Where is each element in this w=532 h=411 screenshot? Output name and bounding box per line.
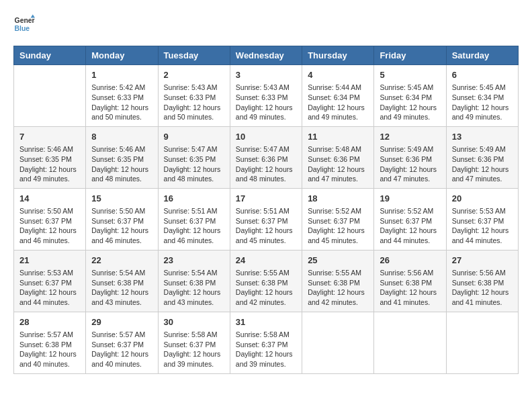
day-number: 15 (91, 193, 152, 205)
calendar-week-row: 28Sunrise: 5:57 AM Sunset: 6:38 PM Dayli… (14, 312, 519, 373)
day-number: 25 (308, 255, 368, 267)
weekday-header: Wednesday (230, 46, 302, 65)
day-number: 14 (19, 193, 80, 205)
weekday-header: Monday (86, 46, 158, 65)
svg-text:General: General (15, 17, 35, 24)
day-info: Sunrise: 5:55 AM Sunset: 6:38 PM Dayligh… (308, 268, 368, 308)
day-info: Sunrise: 5:49 AM Sunset: 6:36 PM Dayligh… (452, 144, 513, 184)
calendar-cell (446, 312, 518, 373)
day-info: Sunrise: 5:50 AM Sunset: 6:37 PM Dayligh… (19, 206, 80, 246)
weekday-header: Friday (374, 46, 446, 65)
calendar-cell: 28Sunrise: 5:57 AM Sunset: 6:38 PM Dayli… (14, 312, 86, 373)
weekday-header: Thursday (302, 46, 374, 65)
day-number: 16 (164, 193, 224, 205)
day-number: 27 (452, 255, 513, 267)
weekday-header: Sunday (14, 46, 86, 65)
day-number: 2 (164, 69, 224, 81)
calendar-cell: 13Sunrise: 5:49 AM Sunset: 6:36 PM Dayli… (446, 126, 518, 188)
day-number: 6 (452, 69, 513, 81)
calendar-cell: 29Sunrise: 5:57 AM Sunset: 6:37 PM Dayli… (86, 312, 158, 373)
day-number: 13 (452, 131, 513, 143)
day-number: 4 (308, 69, 368, 81)
svg-marker-2 (31, 15, 35, 18)
day-info: Sunrise: 5:54 AM Sunset: 6:38 PM Dayligh… (91, 268, 152, 308)
day-info: Sunrise: 5:54 AM Sunset: 6:38 PM Dayligh… (164, 268, 224, 308)
day-number: 18 (308, 193, 368, 205)
calendar-cell: 10Sunrise: 5:47 AM Sunset: 6:36 PM Dayli… (230, 126, 302, 188)
day-info: Sunrise: 5:56 AM Sunset: 6:38 PM Dayligh… (380, 268, 440, 308)
day-number: 21 (19, 255, 80, 267)
calendar-cell: 23Sunrise: 5:54 AM Sunset: 6:38 PM Dayli… (158, 250, 230, 312)
day-info: Sunrise: 5:46 AM Sunset: 6:35 PM Dayligh… (19, 144, 80, 184)
calendar-cell: 22Sunrise: 5:54 AM Sunset: 6:38 PM Dayli… (86, 250, 158, 312)
day-info: Sunrise: 5:43 AM Sunset: 6:33 PM Dayligh… (164, 83, 224, 122)
day-number: 24 (236, 255, 296, 267)
svg-text:Blue: Blue (15, 25, 30, 32)
day-info: Sunrise: 5:49 AM Sunset: 6:36 PM Dayligh… (380, 144, 440, 184)
day-number: 9 (164, 131, 224, 143)
calendar-cell: 24Sunrise: 5:55 AM Sunset: 6:38 PM Dayli… (230, 250, 302, 312)
day-number: 22 (91, 255, 152, 267)
day-number: 8 (91, 131, 152, 143)
calendar-cell: 11Sunrise: 5:48 AM Sunset: 6:36 PM Dayli… (302, 126, 374, 188)
calendar-cell: 8Sunrise: 5:46 AM Sunset: 6:35 PM Daylig… (86, 126, 158, 188)
calendar-cell: 17Sunrise: 5:51 AM Sunset: 6:37 PM Dayli… (230, 188, 302, 250)
day-number: 10 (236, 131, 296, 143)
calendar-cell: 4Sunrise: 5:44 AM Sunset: 6:34 PM Daylig… (302, 65, 374, 127)
calendar-cell: 6Sunrise: 5:45 AM Sunset: 6:34 PM Daylig… (446, 65, 518, 127)
day-number: 11 (308, 131, 368, 143)
calendar-cell: 5Sunrise: 5:45 AM Sunset: 6:34 PM Daylig… (374, 65, 446, 127)
day-info: Sunrise: 5:53 AM Sunset: 6:37 PM Dayligh… (452, 206, 513, 246)
logo-icon: General Blue (13, 13, 35, 35)
day-info: Sunrise: 5:51 AM Sunset: 6:37 PM Dayligh… (236, 206, 296, 246)
day-number: 26 (380, 255, 440, 267)
day-info: Sunrise: 5:48 AM Sunset: 6:36 PM Dayligh… (308, 144, 368, 184)
day-info: Sunrise: 5:53 AM Sunset: 6:37 PM Dayligh… (19, 268, 80, 308)
calendar-cell: 26Sunrise: 5:56 AM Sunset: 6:38 PM Dayli… (374, 250, 446, 312)
calendar-cell: 12Sunrise: 5:49 AM Sunset: 6:36 PM Dayli… (374, 126, 446, 188)
calendar-cell: 7Sunrise: 5:46 AM Sunset: 6:35 PM Daylig… (14, 126, 86, 188)
calendar-week-row: 21Sunrise: 5:53 AM Sunset: 6:37 PM Dayli… (14, 250, 519, 312)
calendar-cell: 16Sunrise: 5:51 AM Sunset: 6:37 PM Dayli… (158, 188, 230, 250)
page-header: General Blue (13, 13, 519, 35)
day-info: Sunrise: 5:58 AM Sunset: 6:37 PM Dayligh… (236, 330, 296, 369)
weekday-header: Saturday (446, 46, 518, 65)
day-info: Sunrise: 5:43 AM Sunset: 6:33 PM Dayligh… (236, 83, 296, 122)
day-info: Sunrise: 5:45 AM Sunset: 6:34 PM Dayligh… (380, 83, 440, 122)
calendar-cell: 2Sunrise: 5:43 AM Sunset: 6:33 PM Daylig… (158, 65, 230, 127)
day-number: 31 (236, 316, 296, 328)
day-number: 19 (380, 193, 440, 205)
calendar-cell: 9Sunrise: 5:47 AM Sunset: 6:35 PM Daylig… (158, 126, 230, 188)
day-info: Sunrise: 5:42 AM Sunset: 6:33 PM Dayligh… (91, 83, 152, 122)
calendar-cell: 19Sunrise: 5:52 AM Sunset: 6:37 PM Dayli… (374, 188, 446, 250)
calendar-cell: 20Sunrise: 5:53 AM Sunset: 6:37 PM Dayli… (446, 188, 518, 250)
weekday-header: Tuesday (158, 46, 230, 65)
day-info: Sunrise: 5:47 AM Sunset: 6:35 PM Dayligh… (164, 144, 224, 184)
calendar-week-row: 1Sunrise: 5:42 AM Sunset: 6:33 PM Daylig… (14, 65, 519, 127)
day-info: Sunrise: 5:56 AM Sunset: 6:38 PM Dayligh… (452, 268, 513, 308)
calendar-cell: 1Sunrise: 5:42 AM Sunset: 6:33 PM Daylig… (86, 65, 158, 127)
calendar-cell (374, 312, 446, 373)
day-info: Sunrise: 5:46 AM Sunset: 6:35 PM Dayligh… (91, 144, 152, 184)
calendar-cell: 3Sunrise: 5:43 AM Sunset: 6:33 PM Daylig… (230, 65, 302, 127)
day-number: 28 (19, 316, 80, 328)
day-number: 3 (236, 69, 296, 81)
day-info: Sunrise: 5:47 AM Sunset: 6:36 PM Dayligh… (236, 144, 296, 184)
day-info: Sunrise: 5:57 AM Sunset: 6:37 PM Dayligh… (91, 330, 152, 369)
day-number: 20 (452, 193, 513, 205)
calendar-cell: 27Sunrise: 5:56 AM Sunset: 6:38 PM Dayli… (446, 250, 518, 312)
calendar-cell: 15Sunrise: 5:50 AM Sunset: 6:37 PM Dayli… (86, 188, 158, 250)
calendar-body: 1Sunrise: 5:42 AM Sunset: 6:33 PM Daylig… (14, 65, 519, 374)
logo: General Blue (13, 13, 35, 35)
day-number: 30 (164, 316, 224, 328)
day-info: Sunrise: 5:57 AM Sunset: 6:38 PM Dayligh… (19, 330, 80, 369)
calendar-cell: 18Sunrise: 5:52 AM Sunset: 6:37 PM Dayli… (302, 188, 374, 250)
calendar-week-row: 14Sunrise: 5:50 AM Sunset: 6:37 PM Dayli… (14, 188, 519, 250)
day-info: Sunrise: 5:44 AM Sunset: 6:34 PM Dayligh… (308, 83, 368, 122)
calendar-cell: 14Sunrise: 5:50 AM Sunset: 6:37 PM Dayli… (14, 188, 86, 250)
calendar-cell: 31Sunrise: 5:58 AM Sunset: 6:37 PM Dayli… (230, 312, 302, 373)
day-info: Sunrise: 5:51 AM Sunset: 6:37 PM Dayligh… (164, 206, 224, 246)
calendar-week-row: 7Sunrise: 5:46 AM Sunset: 6:35 PM Daylig… (14, 126, 519, 188)
calendar-header: SundayMondayTuesdayWednesdayThursdayFrid… (14, 46, 519, 65)
day-number: 5 (380, 69, 440, 81)
